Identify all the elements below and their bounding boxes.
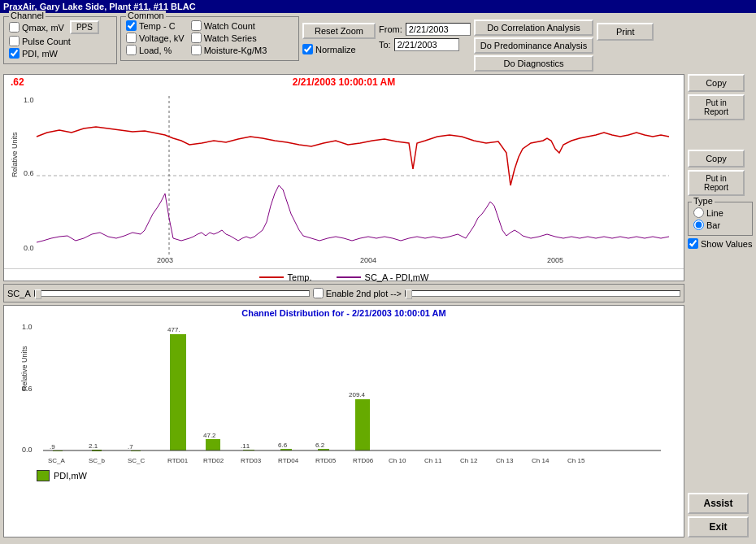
reset-zoom-button[interactable]: Reset Zoom bbox=[302, 23, 376, 39]
svg-text:2003: 2003 bbox=[157, 256, 173, 264]
svg-text:Ch 10: Ch 10 bbox=[389, 457, 406, 464]
right-slider-track[interactable] bbox=[405, 290, 680, 297]
right-panel: Copy Put in Report Copy Put in Report Ty… bbox=[688, 74, 753, 537]
moisture-checkbox[interactable] bbox=[191, 45, 202, 55]
enable-2nd-plot-row: Enable 2nd plot --> bbox=[313, 288, 402, 298]
put-in-report-bottom-button[interactable]: Put in Report bbox=[688, 170, 745, 196]
type-group-title: Type bbox=[692, 196, 715, 206]
pulse-count-row: Pulse Count bbox=[9, 36, 111, 46]
watch-count-checkbox[interactable] bbox=[191, 20, 202, 31]
line-radio-row: Line bbox=[693, 207, 747, 218]
svg-text:47.2: 47.2 bbox=[203, 432, 216, 439]
title-bar: PraxAir, Gary Lake Side, Plant #11, #11 … bbox=[0, 0, 756, 13]
svg-text:.7: .7 bbox=[128, 443, 133, 450]
bar-legend-label: PDI,mW bbox=[54, 471, 87, 481]
bar-chart-legend: PDI,mW bbox=[4, 470, 684, 484]
bar-radio-row: Bar bbox=[693, 220, 747, 230]
legend-temp-line bbox=[259, 276, 284, 278]
svg-text:209.4: 209.4 bbox=[349, 391, 366, 398]
svg-text:RTD01: RTD01 bbox=[167, 457, 189, 464]
pdi-label: PDI, mW bbox=[22, 49, 58, 59]
svg-text:Channel/Sensor: Channel/Sensor bbox=[319, 468, 372, 468]
bar-label: Bar bbox=[706, 220, 720, 230]
bar-rtd01 bbox=[170, 334, 186, 450]
assist-button[interactable]: Assist bbox=[688, 493, 749, 514]
pdi-row: PDI, mW bbox=[9, 48, 111, 59]
enable-2nd-plot-label: Enable 2nd plot --> bbox=[326, 289, 402, 298]
channel-group: Channel Qmax, mV PPS Pulse Count PDI, mW bbox=[3, 16, 117, 64]
bar-chart-svg: 1.0 0.6 0.0 Relative Units .9 SC_A 2.1 S… bbox=[4, 318, 684, 468]
temp-label: Temp - C bbox=[139, 21, 176, 31]
bar-radio[interactable] bbox=[693, 220, 704, 230]
common-group: Common Temp - C Voltage, kV Load, % bbox=[120, 16, 299, 61]
pulse-count-checkbox[interactable] bbox=[9, 36, 20, 46]
load-label: Load, % bbox=[139, 46, 172, 55]
sc-a-label: SC_A bbox=[7, 289, 31, 298]
from-input[interactable] bbox=[406, 23, 471, 36]
svg-text:1.0: 1.0 bbox=[22, 323, 33, 331]
temp-row: Temp - C bbox=[126, 20, 185, 31]
normalize-label: Normalize bbox=[315, 45, 356, 54]
load-row: Load, % bbox=[126, 45, 185, 55]
watch-series-label: Watch Series bbox=[204, 33, 257, 43]
svg-text:Ch 13: Ch 13 bbox=[496, 457, 514, 464]
copy-top-button[interactable]: Copy bbox=[688, 74, 745, 92]
svg-text:RTD06: RTD06 bbox=[353, 457, 374, 464]
chart-legend: Temp. SC_A - PDI,mW bbox=[4, 268, 684, 285]
voltage-label: Voltage, kV bbox=[139, 33, 185, 43]
svg-text:Ch 12: Ch 12 bbox=[460, 457, 478, 464]
diagnostics-button[interactable]: Do Diagnostics bbox=[474, 55, 593, 72]
left-slider-thumb[interactable] bbox=[35, 289, 41, 299]
svg-text:2.1: 2.1 bbox=[89, 442, 98, 450]
svg-text:Ch 14: Ch 14 bbox=[532, 457, 550, 464]
legend-temp-label: Temp. bbox=[288, 272, 312, 282]
voltage-row: Voltage, kV bbox=[126, 33, 185, 43]
bar-legend-color bbox=[37, 470, 50, 481]
svg-text:Relative Units: Relative Units bbox=[11, 132, 19, 177]
normalize-checkbox[interactable] bbox=[302, 44, 313, 54]
svg-text:2005: 2005 bbox=[547, 256, 563, 264]
watch-series-checkbox[interactable] bbox=[191, 33, 202, 43]
qmax-checkbox[interactable] bbox=[9, 22, 20, 33]
copy-bottom-button[interactable]: Copy bbox=[688, 150, 745, 168]
voltage-checkbox[interactable] bbox=[126, 33, 137, 43]
channel-group-title: Channel bbox=[9, 11, 46, 20]
left-slider-track[interactable] bbox=[34, 290, 310, 297]
predominance-button[interactable]: Do Predominance Analysis bbox=[474, 37, 593, 54]
legend-pdi: SC_A - PDI,mW bbox=[337, 272, 429, 282]
bar-rtd06 bbox=[355, 399, 370, 450]
enable-2nd-plot-checkbox[interactable] bbox=[313, 288, 324, 298]
temp-checkbox[interactable] bbox=[126, 20, 137, 31]
common-group-title: Common bbox=[126, 11, 166, 20]
svg-text:Ch 11: Ch 11 bbox=[424, 457, 442, 464]
svg-text:Ch 15: Ch 15 bbox=[567, 457, 585, 464]
bar-chart-title: Channel Distribution for - 2/21/2003 10:… bbox=[4, 306, 684, 318]
show-values-checkbox[interactable] bbox=[688, 238, 698, 249]
svg-text:0.0: 0.0 bbox=[22, 446, 33, 454]
show-values-label: Show Values bbox=[701, 239, 752, 249]
pdi-checkbox[interactable] bbox=[9, 48, 20, 59]
datetime-group: From: To: bbox=[379, 16, 471, 51]
svg-text:SC_A: SC_A bbox=[48, 457, 66, 464]
bar-chart: Channel Distribution for - 2/21/2003 10:… bbox=[3, 305, 684, 537]
svg-text:Relative Units: Relative Units bbox=[20, 346, 28, 391]
from-label: From: bbox=[379, 24, 402, 34]
legend-pdi-label: SC_A - PDI,mW bbox=[365, 272, 429, 282]
line-radio[interactable] bbox=[693, 207, 704, 218]
top-chart-svg: 1.0 0.6 0.0 Relative Units 2003 2004 200… bbox=[4, 88, 684, 267]
correlation-button[interactable]: Do Correlation Analysis bbox=[474, 20, 593, 36]
load-checkbox[interactable] bbox=[126, 45, 137, 55]
analysis-group: Do Correlation Analysis Do Predominance … bbox=[474, 16, 593, 72]
print-button[interactable]: Print bbox=[597, 23, 654, 41]
normalize-row: Normalize bbox=[302, 44, 376, 54]
right-slider-thumb[interactable] bbox=[406, 289, 412, 299]
chart-timestamp: 2/21/2003 10:00:01 AM bbox=[4, 75, 684, 88]
to-input[interactable] bbox=[394, 38, 459, 51]
pps-button[interactable]: PPS bbox=[70, 20, 99, 34]
svg-text:0.0: 0.0 bbox=[24, 244, 34, 252]
exit-button[interactable]: Exit bbox=[688, 516, 749, 537]
svg-text:2004: 2004 bbox=[360, 256, 376, 264]
watch-count-row: Watch Count bbox=[191, 20, 267, 31]
put-in-report-top-button[interactable]: Put in Report bbox=[688, 94, 745, 120]
svg-text:RTD04: RTD04 bbox=[278, 457, 299, 464]
